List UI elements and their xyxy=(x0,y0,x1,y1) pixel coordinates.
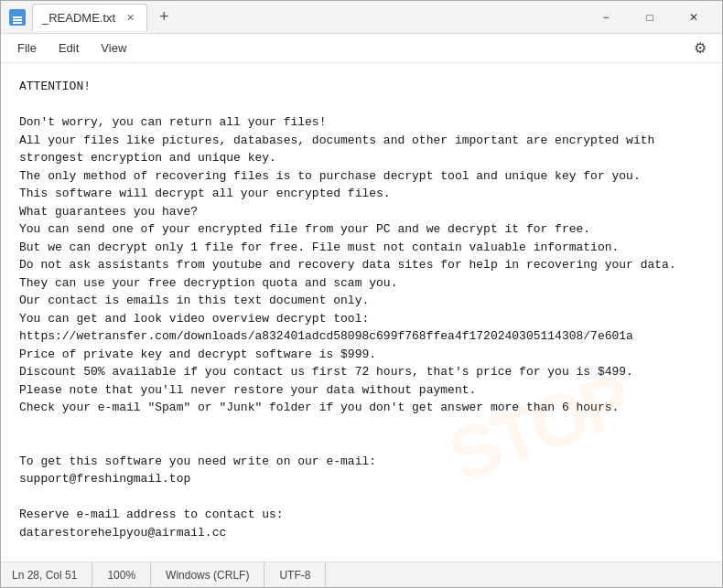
encoding: UTF-8 xyxy=(264,562,326,587)
text-line: Reserve e-mail address to contact us: xyxy=(19,506,704,524)
text-line: This software will decrypt all your encr… xyxy=(19,185,704,203)
text-line xyxy=(19,96,704,114)
text-line: You can get and look video overview decr… xyxy=(19,310,704,328)
text-line: Your personal ID: xyxy=(19,560,704,562)
text-line: What guarantees you have? xyxy=(19,203,704,221)
text-line xyxy=(19,417,704,435)
text-line: https://wetransfer.com/downloads/a832401… xyxy=(19,327,704,346)
minimize-button[interactable]: − xyxy=(585,4,627,31)
text-line: Don't worry, you can return all your fil… xyxy=(19,113,704,132)
maximize-button[interactable]: □ xyxy=(629,4,671,31)
text-line: To get this software you need write on o… xyxy=(19,453,704,471)
tab-close-button[interactable]: ✕ xyxy=(123,10,137,25)
text-line: But we can decrypt only 1 file for free.… xyxy=(19,239,704,257)
close-button[interactable]: ✕ xyxy=(673,4,715,31)
text-line: They can use your free decryption quota … xyxy=(19,274,704,293)
text-line: Do not ask assistants from youtube and r… xyxy=(19,256,704,274)
text-line: strongest encryption and unique key. xyxy=(19,149,704,167)
menu-view[interactable]: View xyxy=(92,37,135,59)
text-line: datarestorehelpyou@airmail.cc xyxy=(19,524,704,542)
cursor-position: Ln 28, Col 51 xyxy=(12,562,92,587)
status-bar: Ln 28, Col 51 100% Windows (CRLF) UTF-8 xyxy=(1,561,722,587)
text-line: All your files like pictures, databases,… xyxy=(19,132,704,150)
text-line: ATTENTION! xyxy=(19,78,704,96)
text-line: Price of private key and decrypt softwar… xyxy=(19,346,704,364)
menu-edit[interactable]: Edit xyxy=(49,37,88,59)
settings-button[interactable]: ⚙ xyxy=(685,36,715,61)
app-icon xyxy=(8,8,27,27)
text-line: Check your e-mail "Spam" or "Junk" folde… xyxy=(19,399,704,417)
text-line: The only method of recovering files is t… xyxy=(19,167,704,186)
menu-bar: File Edit View ⚙ xyxy=(1,34,722,63)
tab-label: _README.txt xyxy=(42,11,115,25)
main-window: _README.txt ✕ + − □ ✕ File Edit View ⚙ A… xyxy=(0,0,723,588)
content-wrapper: ATTENTION! Don't worry, you can return a… xyxy=(1,63,722,561)
active-tab[interactable]: _README.txt ✕ xyxy=(32,4,147,31)
zoom-level: 100% xyxy=(92,562,151,587)
notepad-icon xyxy=(9,9,26,26)
line-ending: Windows (CRLF) xyxy=(151,562,264,587)
text-line: You can send one of your encrypted file … xyxy=(19,220,704,239)
new-tab-button[interactable]: + xyxy=(151,5,177,30)
text-line xyxy=(19,541,704,560)
text-line xyxy=(19,434,704,453)
text-content[interactable]: ATTENTION! Don't worry, you can return a… xyxy=(1,63,722,561)
window-controls: − □ ✕ xyxy=(585,4,715,31)
title-bar: _README.txt ✕ + − □ ✕ xyxy=(1,1,722,34)
text-line: support@freshingmail.top xyxy=(19,470,704,488)
text-line: Discount 50% available if you contact us… xyxy=(19,363,704,381)
text-line: Our contact is emails in this text docum… xyxy=(19,292,704,310)
text-line xyxy=(19,488,704,507)
menu-file[interactable]: File xyxy=(8,37,46,59)
text-line: Please note that you'll never restore yo… xyxy=(19,381,704,400)
tab-area: _README.txt ✕ + xyxy=(32,4,585,31)
